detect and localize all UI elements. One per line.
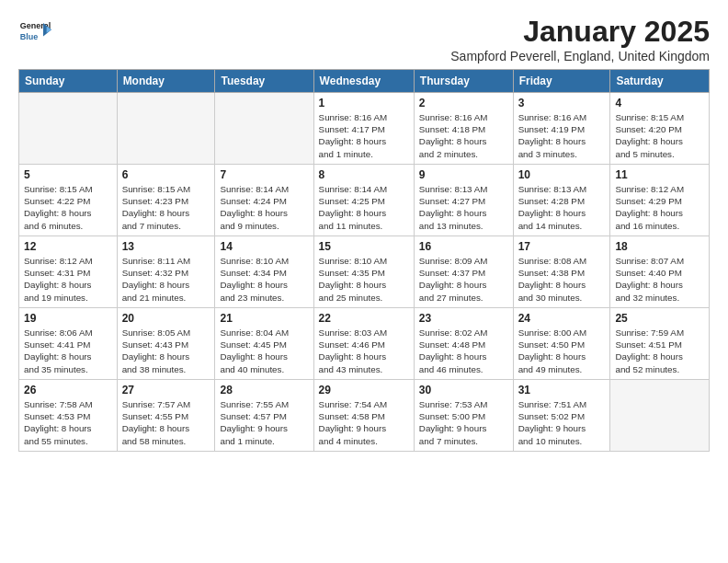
day-number: 11	[615, 168, 704, 181]
calendar-header-row: Sunday Monday Tuesday Wednesday Thursday…	[19, 70, 710, 93]
calendar-cell	[215, 93, 313, 165]
day-number: 9	[419, 168, 508, 181]
day-info: Sunrise: 8:12 AM Sunset: 4:31 PM Dayligh…	[24, 255, 112, 304]
calendar-cell: 5Sunrise: 8:15 AM Sunset: 4:22 PM Daylig…	[19, 165, 118, 236]
day-info: Sunrise: 8:10 AM Sunset: 4:35 PM Dayligh…	[319, 255, 409, 304]
day-info: Sunrise: 8:05 AM Sunset: 4:43 PM Dayligh…	[122, 327, 210, 375]
day-info: Sunrise: 8:16 AM Sunset: 4:17 PM Dayligh…	[319, 111, 409, 160]
header-saturday: Saturday	[610, 70, 710, 93]
calendar-cell: 25Sunrise: 7:59 AM Sunset: 4:51 PM Dayli…	[610, 308, 710, 380]
calendar-cell: 15Sunrise: 8:10 AM Sunset: 4:35 PM Dayli…	[313, 236, 414, 308]
day-info: Sunrise: 7:55 AM Sunset: 4:57 PM Dayligh…	[220, 398, 308, 447]
day-number: 18	[615, 240, 704, 253]
header-friday: Friday	[513, 70, 610, 93]
logo-icon: General Blue	[18, 15, 51, 48]
day-info: Sunrise: 8:16 AM Sunset: 4:19 PM Dayligh…	[518, 111, 606, 160]
calendar-cell: 12Sunrise: 8:12 AM Sunset: 4:31 PM Dayli…	[19, 236, 118, 308]
calendar-cell: 18Sunrise: 8:07 AM Sunset: 4:40 PM Dayli…	[610, 236, 710, 308]
calendar-cell: 16Sunrise: 8:09 AM Sunset: 4:37 PM Dayli…	[414, 236, 513, 308]
calendar-cell: 6Sunrise: 8:15 AM Sunset: 4:23 PM Daylig…	[117, 165, 215, 236]
calendar-cell: 11Sunrise: 8:12 AM Sunset: 4:29 PM Dayli…	[610, 165, 710, 236]
day-number: 14	[220, 240, 308, 253]
logo: General Blue	[18, 15, 51, 48]
day-number: 25	[615, 312, 704, 325]
calendar-cell	[117, 93, 215, 165]
day-number: 20	[122, 312, 210, 325]
day-number: 16	[419, 240, 508, 253]
day-number: 1	[319, 97, 409, 109]
day-info: Sunrise: 7:59 AM Sunset: 4:51 PM Dayligh…	[615, 327, 704, 375]
day-number: 4	[615, 97, 704, 109]
calendar-cell	[19, 93, 118, 165]
calendar-cell: 8Sunrise: 8:14 AM Sunset: 4:25 PM Daylig…	[313, 165, 414, 236]
title-block: January 2025 Sampford Peverell, England,…	[450, 15, 710, 63]
calendar-cell: 29Sunrise: 7:54 AM Sunset: 4:58 PM Dayli…	[313, 380, 414, 452]
calendar-cell: 24Sunrise: 8:00 AM Sunset: 4:50 PM Dayli…	[513, 308, 610, 380]
day-info: Sunrise: 8:15 AM Sunset: 4:23 PM Dayligh…	[122, 183, 210, 232]
calendar-cell: 13Sunrise: 8:11 AM Sunset: 4:32 PM Dayli…	[117, 236, 215, 308]
day-info: Sunrise: 8:10 AM Sunset: 4:34 PM Dayligh…	[220, 255, 308, 304]
day-info: Sunrise: 8:07 AM Sunset: 4:40 PM Dayligh…	[615, 255, 704, 304]
day-info: Sunrise: 8:13 AM Sunset: 4:28 PM Dayligh…	[518, 183, 606, 232]
header-wednesday: Wednesday	[313, 70, 414, 93]
svg-text:Blue: Blue	[20, 32, 39, 41]
day-info: Sunrise: 7:58 AM Sunset: 4:53 PM Dayligh…	[24, 398, 112, 447]
calendar-cell: 7Sunrise: 8:14 AM Sunset: 4:24 PM Daylig…	[215, 165, 313, 236]
calendar-cell: 20Sunrise: 8:05 AM Sunset: 4:43 PM Dayli…	[117, 308, 215, 380]
header-tuesday: Tuesday	[215, 70, 313, 93]
day-number: 27	[122, 384, 210, 396]
subtitle: Sampford Peverell, England, United Kingd…	[450, 49, 710, 63]
day-number: 19	[24, 312, 112, 325]
calendar-cell: 21Sunrise: 8:04 AM Sunset: 4:45 PM Dayli…	[215, 308, 313, 380]
day-number: 28	[220, 384, 308, 396]
header-thursday: Thursday	[414, 70, 513, 93]
calendar-cell	[610, 380, 710, 452]
day-info: Sunrise: 8:11 AM Sunset: 4:32 PM Dayligh…	[122, 255, 210, 304]
day-info: Sunrise: 8:00 AM Sunset: 4:50 PM Dayligh…	[518, 327, 606, 375]
day-number: 23	[419, 312, 508, 325]
calendar-cell: 9Sunrise: 8:13 AM Sunset: 4:27 PM Daylig…	[414, 165, 513, 236]
day-number: 29	[319, 384, 409, 396]
day-info: Sunrise: 8:13 AM Sunset: 4:27 PM Dayligh…	[419, 183, 508, 232]
day-number: 7	[220, 168, 308, 181]
calendar-week-4: 19Sunrise: 8:06 AM Sunset: 4:41 PM Dayli…	[19, 308, 710, 380]
day-info: Sunrise: 8:03 AM Sunset: 4:46 PM Dayligh…	[319, 327, 409, 375]
day-number: 15	[319, 240, 409, 253]
day-number: 8	[319, 168, 409, 181]
day-info: Sunrise: 8:16 AM Sunset: 4:18 PM Dayligh…	[419, 111, 508, 160]
calendar-cell: 1Sunrise: 8:16 AM Sunset: 4:17 PM Daylig…	[313, 93, 414, 165]
day-info: Sunrise: 8:08 AM Sunset: 4:38 PM Dayligh…	[518, 255, 606, 304]
calendar-cell: 30Sunrise: 7:53 AM Sunset: 5:00 PM Dayli…	[414, 380, 513, 452]
day-info: Sunrise: 8:09 AM Sunset: 4:37 PM Dayligh…	[419, 255, 508, 304]
day-info: Sunrise: 8:14 AM Sunset: 4:24 PM Dayligh…	[220, 183, 308, 232]
day-info: Sunrise: 8:12 AM Sunset: 4:29 PM Dayligh…	[615, 183, 704, 232]
calendar-cell: 22Sunrise: 8:03 AM Sunset: 4:46 PM Dayli…	[313, 308, 414, 380]
header-monday: Monday	[117, 70, 215, 93]
calendar-cell: 17Sunrise: 8:08 AM Sunset: 4:38 PM Dayli…	[513, 236, 610, 308]
calendar-cell: 27Sunrise: 7:57 AM Sunset: 4:55 PM Dayli…	[117, 380, 215, 452]
day-number: 3	[518, 97, 606, 109]
day-info: Sunrise: 8:04 AM Sunset: 4:45 PM Dayligh…	[220, 327, 308, 375]
calendar-cell: 19Sunrise: 8:06 AM Sunset: 4:41 PM Dayli…	[19, 308, 118, 380]
calendar-cell: 31Sunrise: 7:51 AM Sunset: 5:02 PM Dayli…	[513, 380, 610, 452]
calendar-week-2: 5Sunrise: 8:15 AM Sunset: 4:22 PM Daylig…	[19, 165, 710, 236]
day-info: Sunrise: 7:57 AM Sunset: 4:55 PM Dayligh…	[122, 398, 210, 447]
calendar-cell: 26Sunrise: 7:58 AM Sunset: 4:53 PM Dayli…	[19, 380, 118, 452]
header-sunday: Sunday	[19, 70, 118, 93]
day-number: 13	[122, 240, 210, 253]
calendar-cell: 14Sunrise: 8:10 AM Sunset: 4:34 PM Dayli…	[215, 236, 313, 308]
calendar-week-5: 26Sunrise: 7:58 AM Sunset: 4:53 PM Dayli…	[19, 380, 710, 452]
month-title: January 2025	[450, 15, 710, 49]
calendar-cell: 28Sunrise: 7:55 AM Sunset: 4:57 PM Dayli…	[215, 380, 313, 452]
calendar-cell: 2Sunrise: 8:16 AM Sunset: 4:18 PM Daylig…	[414, 93, 513, 165]
day-number: 2	[419, 97, 508, 109]
header: General Blue January 2025 Sampford Pever…	[18, 15, 710, 63]
day-info: Sunrise: 8:06 AM Sunset: 4:41 PM Dayligh…	[24, 327, 112, 375]
day-info: Sunrise: 8:15 AM Sunset: 4:20 PM Dayligh…	[615, 111, 704, 160]
day-info: Sunrise: 7:51 AM Sunset: 5:02 PM Dayligh…	[518, 398, 606, 447]
day-info: Sunrise: 8:14 AM Sunset: 4:25 PM Dayligh…	[319, 183, 409, 232]
day-info: Sunrise: 7:54 AM Sunset: 4:58 PM Dayligh…	[319, 398, 409, 447]
day-number: 26	[24, 384, 112, 396]
calendar-week-1: 1Sunrise: 8:16 AM Sunset: 4:17 PM Daylig…	[19, 93, 710, 165]
day-number: 24	[518, 312, 606, 325]
